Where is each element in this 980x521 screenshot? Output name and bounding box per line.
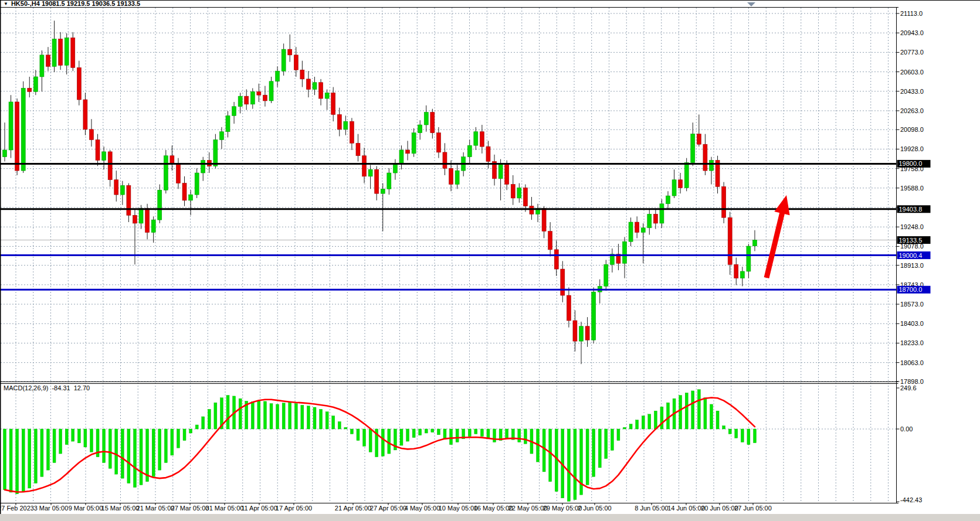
svg-text:21 Mar 05:00: 21 Mar 05:00 bbox=[137, 505, 175, 512]
candle-down bbox=[263, 95, 267, 101]
candle-down bbox=[319, 83, 323, 98]
candle-down bbox=[170, 156, 174, 164]
price-axis[interactable]: 21113.020943.020773.020603.020433.020263… bbox=[897, 10, 924, 385]
candle-down bbox=[28, 88, 32, 92]
candle-up bbox=[752, 240, 757, 246]
svg-text:249.6: 249.6 bbox=[900, 384, 917, 391]
svg-text:20098.0: 20098.0 bbox=[900, 126, 924, 133]
candle-up bbox=[393, 164, 397, 173]
svg-text:21 Apr 05:00: 21 Apr 05:00 bbox=[335, 505, 371, 512]
macd-axis: 249.60.00-442.43 bbox=[897, 384, 923, 503]
svg-text:17 Apr 05:00: 17 Apr 05:00 bbox=[276, 505, 312, 512]
candle-up bbox=[226, 115, 230, 131]
candle-down bbox=[375, 169, 379, 193]
candle-down bbox=[554, 250, 558, 269]
candle-down bbox=[288, 49, 292, 55]
symbol-dropdown-icon[interactable]: ▼ bbox=[4, 1, 8, 6]
candle-up bbox=[604, 264, 608, 286]
svg-text:0.00: 0.00 bbox=[900, 425, 913, 433]
svg-text:19800.0: 19800.0 bbox=[899, 160, 923, 167]
candle-up bbox=[623, 241, 627, 263]
svg-text:10 May 05:00: 10 May 05:00 bbox=[439, 505, 478, 512]
candle-down bbox=[245, 96, 249, 104]
candle-up bbox=[189, 195, 193, 200]
svg-text:19133.5: 19133.5 bbox=[899, 237, 923, 244]
candle-down bbox=[697, 134, 701, 145]
candle-down bbox=[83, 100, 87, 130]
candle-down bbox=[573, 321, 577, 341]
candle-down bbox=[257, 91, 261, 95]
svg-text:29 May 05:00: 29 May 05:00 bbox=[543, 505, 582, 512]
candle-down bbox=[728, 217, 732, 264]
candle-up bbox=[232, 107, 236, 116]
macd-value: -84.31 bbox=[52, 384, 70, 391]
candle-down bbox=[127, 186, 131, 216]
svg-text:19928.0: 19928.0 bbox=[900, 145, 924, 152]
candle-down bbox=[480, 132, 484, 147]
svg-text:21113.0: 21113.0 bbox=[900, 10, 923, 17]
candle-down bbox=[89, 130, 93, 140]
candle-down bbox=[449, 168, 453, 184]
macd-layer bbox=[4, 390, 757, 502]
shift-marker[interactable] bbox=[747, 2, 755, 6]
svg-text:15 Mar 05:00: 15 Mar 05:00 bbox=[101, 505, 140, 512]
candle-down bbox=[703, 144, 707, 171]
current-price-badge: 19133.5 bbox=[897, 236, 931, 244]
candle-down bbox=[567, 295, 571, 321]
chart-canvas[interactable]: 21113.020943.020773.020603.020433.020263… bbox=[0, 0, 980, 521]
svg-text:31 Mar 05:00: 31 Mar 05:00 bbox=[206, 505, 244, 512]
price-level-badge: 19000.4 bbox=[897, 251, 931, 259]
svg-text:4 May 05:00: 4 May 05:00 bbox=[405, 505, 440, 512]
candle-down bbox=[548, 231, 552, 250]
ohlc-values: 19081.5 19219.5 19036.5 19133.5 bbox=[42, 0, 140, 7]
candle-down bbox=[585, 326, 589, 340]
macd-signal-value: 12.70 bbox=[74, 384, 90, 391]
candle-up bbox=[213, 139, 218, 166]
candle-up bbox=[672, 180, 676, 196]
time-axis[interactable]: 27 Feb 20233 Mar 05:009 Mar 05:0015 Mar … bbox=[0, 503, 772, 512]
trading-chart-window: 21113.020943.020773.020603.020433.020263… bbox=[0, 0, 980, 521]
svg-text:20 Jun 05:00: 20 Jun 05:00 bbox=[701, 505, 738, 512]
candle-up bbox=[381, 189, 385, 193]
candle-down bbox=[443, 152, 447, 168]
price-level-badge: 18700.0 bbox=[897, 286, 931, 294]
candle-down bbox=[71, 38, 75, 68]
candle-down bbox=[96, 139, 100, 160]
candle-up bbox=[709, 161, 713, 171]
svg-text:27 Mar 05:00: 27 Mar 05:00 bbox=[171, 505, 209, 512]
macd-title: MACD(12,26,9) bbox=[4, 384, 48, 391]
svg-text:14 Jun 05:00: 14 Jun 05:00 bbox=[667, 505, 705, 512]
svg-text:18063.0: 18063.0 bbox=[900, 359, 924, 366]
svg-text:20433.0: 20433.0 bbox=[900, 88, 924, 95]
svg-text:18573.0: 18573.0 bbox=[900, 301, 924, 308]
svg-text:19248.0: 19248.0 bbox=[900, 223, 924, 230]
candle-down bbox=[108, 152, 112, 180]
candle-up bbox=[139, 209, 143, 223]
candle-up bbox=[102, 152, 106, 161]
chart-shift-marker-icon[interactable] bbox=[747, 2, 755, 6]
candle-down bbox=[331, 93, 335, 114]
candle-up bbox=[313, 83, 317, 90]
candle-down bbox=[337, 114, 341, 129]
price-level-badge: 19800.0 bbox=[897, 160, 931, 168]
candle-up bbox=[238, 96, 242, 107]
svg-text:2 Jun 05:00: 2 Jun 05:00 bbox=[578, 505, 612, 512]
candle-up bbox=[325, 93, 329, 98]
svg-text:20603.0: 20603.0 bbox=[900, 69, 924, 76]
svg-text:19000.4: 19000.4 bbox=[899, 252, 923, 259]
candle-up bbox=[647, 214, 652, 227]
candle-up bbox=[629, 222, 633, 241]
candle-up bbox=[120, 186, 124, 195]
candle-down bbox=[46, 55, 50, 67]
candle-up bbox=[387, 173, 391, 189]
svg-text:27 Feb 2023: 27 Feb 2023 bbox=[0, 505, 34, 512]
svg-text:-442.43: -442.43 bbox=[900, 496, 922, 503]
candle-up bbox=[592, 292, 596, 340]
candle-up bbox=[201, 161, 205, 173]
svg-text:9 Mar 05:00: 9 Mar 05:00 bbox=[69, 505, 103, 512]
candle-up bbox=[195, 173, 199, 195]
candle-down bbox=[653, 214, 657, 223]
candle-down bbox=[145, 209, 150, 233]
candle-down bbox=[430, 113, 435, 133]
candle-up bbox=[455, 171, 459, 184]
